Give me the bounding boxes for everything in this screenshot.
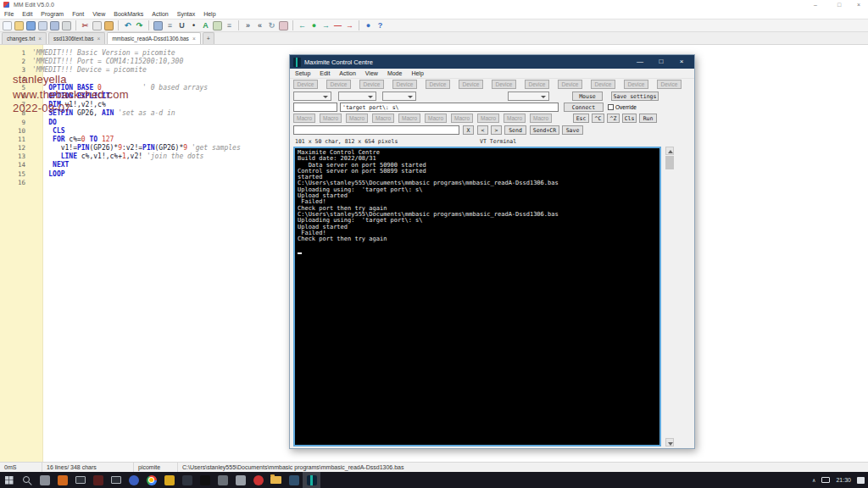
device-button-4[interactable]: Device [392, 80, 417, 89]
combo-baud[interactable] [382, 92, 416, 101]
macro-button-1[interactable]: Macro [293, 114, 315, 123]
step-icon[interactable]: → [345, 21, 354, 30]
help-icon[interactable]: ? [376, 21, 385, 30]
tab-mmbasic_readA-Dssd1306.bas[interactable]: mmbasic_readA-Dssd1306.bas× [107, 32, 200, 44]
underline-icon[interactable]: U [177, 21, 186, 30]
connect-button[interactable]: Connect [564, 103, 604, 112]
history-next-button[interactable]: > [491, 125, 502, 135]
port-input[interactable] [293, 103, 337, 112]
menu-help[interactable]: Help [203, 11, 215, 17]
tab-close-icon[interactable]: × [97, 36, 100, 42]
cls-button[interactable]: Cls [622, 114, 637, 123]
terminal-scrollbar[interactable] [665, 147, 674, 446]
copy-icon[interactable] [92, 21, 102, 30]
macro-button-5[interactable]: Macro [398, 114, 420, 123]
list-icon[interactable]: ≡ [165, 21, 175, 30]
mouse-button[interactable]: Mouse [572, 92, 603, 101]
clear-x-button[interactable]: X [463, 125, 474, 135]
device-button-5[interactable]: Device [426, 80, 450, 89]
device-button-1[interactable]: Device [293, 80, 318, 89]
menu-edit[interactable]: Edit [22, 11, 32, 17]
device-button-6[interactable]: Device [459, 80, 483, 89]
macro-button-2[interactable]: Macro [320, 114, 342, 123]
view-icon[interactable] [279, 21, 288, 30]
mmcc-close-button[interactable]: × [671, 55, 692, 69]
macro-button-3[interactable]: Macro [346, 114, 368, 123]
scrollbar-up-arrow[interactable] [665, 147, 674, 155]
combo-device-type[interactable] [293, 92, 331, 101]
menu-edit[interactable]: Edit [320, 70, 330, 76]
outdent-icon[interactable]: « [255, 21, 264, 30]
override-checkbox[interactable] [608, 104, 614, 110]
stop-icon[interactable]: — [333, 21, 342, 30]
device-button-8[interactable]: Device [525, 80, 549, 89]
undo-icon[interactable]: ↶ [123, 21, 132, 30]
device-button-2[interactable]: Device [326, 80, 351, 89]
start-button[interactable] [0, 472, 18, 488]
menu-program[interactable]: Program [41, 11, 64, 17]
send-cr-button[interactable]: Send+CR [530, 125, 559, 135]
taskbar-app-explorer[interactable] [267, 472, 285, 488]
taskbar-app-cmd[interactable] [196, 472, 214, 488]
combo-port[interactable] [338, 92, 376, 101]
macro-button-10[interactable]: Macro [530, 114, 552, 123]
new-file-icon[interactable] [3, 21, 12, 30]
device-button-10[interactable]: Device [591, 80, 615, 89]
menu-setup[interactable]: Setup [295, 70, 310, 76]
mmcc-maximize-button[interactable]: □ [651, 55, 671, 69]
target-port-input[interactable] [340, 103, 559, 112]
menu-view[interactable]: View [92, 11, 105, 17]
history-prev-button[interactable]: < [477, 125, 488, 135]
device-button-7[interactable]: Device [492, 80, 516, 89]
send-button[interactable]: Send [504, 125, 526, 135]
indent-icon[interactable]: » [243, 21, 253, 30]
redo-icon[interactable]: ↷ [135, 21, 144, 30]
list-2-icon[interactable]: ≡ [225, 21, 234, 30]
save-button[interactable]: Save [562, 125, 583, 135]
taskbar-app-darkred[interactable] [89, 472, 107, 488]
run-program-icon[interactable]: ● [309, 21, 319, 30]
menu-mode[interactable]: Mode [387, 70, 403, 76]
notification-center-icon[interactable] [857, 477, 865, 484]
taskbar-app-yellow[interactable] [160, 472, 178, 488]
tray-chevron-icon[interactable]: ∧ [812, 477, 815, 483]
vt-terminal[interactable]: Maximite Control CentreBuild date: 2022/… [293, 147, 661, 446]
search-icon[interactable] [18, 472, 36, 488]
mmcc-minimize-button[interactable]: — [630, 55, 650, 69]
menu-file[interactable]: File [4, 11, 14, 17]
bullet-icon[interactable]: • [189, 21, 198, 30]
taskbar-app-putty[interactable] [285, 472, 303, 488]
device-button-3[interactable]: Device [359, 80, 384, 89]
save-settings-button[interactable]: Save settings [611, 92, 659, 101]
save-all-icon[interactable] [50, 21, 59, 30]
esc-button[interactable]: Esc [573, 114, 589, 123]
macro-button-7[interactable]: Macro [451, 114, 473, 123]
send-input[interactable] [293, 125, 459, 135]
tab-changes.txt[interactable]: changes.txt× [2, 32, 47, 44]
clock[interactable]: 21:30 [836, 477, 851, 483]
ctrl-z-button[interactable]: ^Z [607, 114, 620, 123]
taskbar-app-chrome[interactable] [142, 472, 160, 488]
taskbar-app-m[interactable] [231, 472, 249, 488]
scrollbar-down-arrow[interactable] [665, 438, 674, 446]
refresh-icon[interactable]: ↻ [267, 21, 276, 30]
menu-action[interactable]: Action [152, 11, 168, 17]
taskbar-app-orange[interactable] [53, 472, 71, 488]
save-as-icon[interactable] [38, 21, 47, 30]
tab-close-icon[interactable]: × [38, 36, 42, 42]
prev-bookmark-icon[interactable]: ← [298, 21, 307, 30]
scrollbar-thumb[interactable] [665, 156, 674, 169]
menu-bookmarks[interactable]: BookMarks [114, 11, 143, 17]
taskbar-app-browser[interactable] [125, 472, 142, 488]
menu-action[interactable]: Action [339, 70, 355, 76]
paste-icon[interactable] [104, 21, 114, 30]
cut-icon[interactable]: ✂ [81, 21, 90, 30]
new-tab-button[interactable]: + [203, 32, 214, 44]
taskbar-app-opera[interactable] [249, 472, 267, 488]
taskbar-app-camera[interactable] [214, 472, 231, 488]
menu-font[interactable]: Font [72, 11, 84, 17]
ctrl-c-button[interactable]: ^C [592, 114, 604, 123]
print-icon[interactable] [62, 21, 71, 30]
combo-mode[interactable] [508, 92, 549, 101]
next-bookmark-icon[interactable]: → [321, 21, 331, 30]
